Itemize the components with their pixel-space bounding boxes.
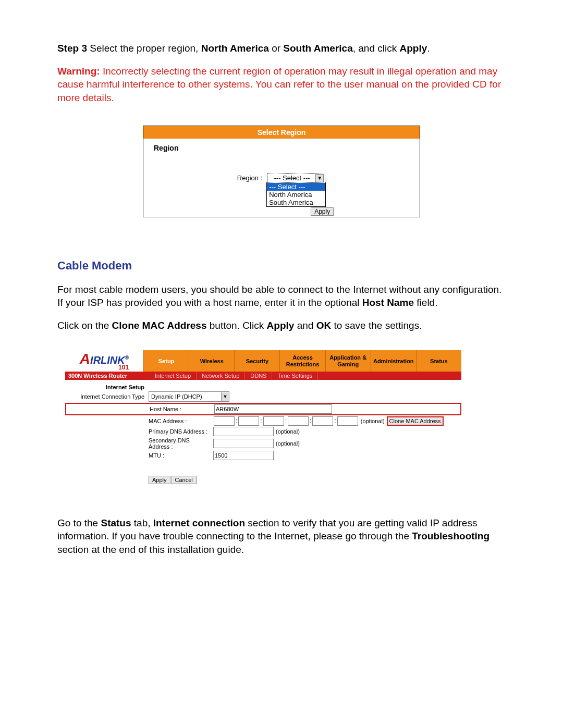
tab-administration[interactable]: Administration [371, 350, 416, 371]
subtab-ddns[interactable]: DDNS [245, 372, 272, 380]
region-option-select[interactable]: --- Select --- [267, 183, 325, 191]
tab-setup[interactable]: Setup [143, 350, 189, 371]
tab-application-gaming[interactable]: Application & Gaming [325, 350, 371, 371]
region-side-label: Region [154, 144, 178, 152]
cm-p2-d: to save the settings. [331, 320, 422, 331]
secondary-dns-optional: (optional) [274, 440, 300, 447]
host-name-input[interactable] [214, 404, 332, 414]
tab-access-restrictions[interactable]: Access Restrictions [279, 350, 325, 371]
region-dropdown-selected: --- Select --- [268, 174, 315, 182]
step3-text-a: Select the proper region, [87, 43, 201, 54]
clone-mac-button[interactable]: Clone MAC Address [387, 416, 444, 426]
secondary-dns-label: Secondary DNS Address : [149, 437, 213, 450]
cancel-button[interactable]: Cancel [172, 476, 197, 484]
apply-button[interactable]: Apply [149, 476, 170, 484]
cm-p2-b: button. Click [206, 320, 266, 331]
cm-p2-b1: Clone MAC Address [112, 320, 207, 331]
internet-setup-section-label: Internet Setup [65, 384, 149, 390]
cm-p2-c: and [294, 320, 316, 331]
region-option-south-america[interactable]: South America [267, 199, 325, 206]
region-dropdown[interactable]: --- Select ---▼ [267, 173, 325, 183]
region-option-north-america[interactable]: North America [267, 191, 325, 199]
mac-optional-note: (optional) [359, 418, 385, 424]
step3-period: . [427, 43, 430, 54]
step3-line: Step 3 Select the proper region, North A… [57, 42, 506, 55]
tab-wireless[interactable]: Wireless [189, 350, 234, 371]
footer-b1: Status [101, 517, 131, 528]
subtab-network-setup[interactable]: Network Setup [197, 372, 245, 380]
mac-seg-6[interactable] [337, 416, 358, 426]
select-region-panel: Select Region Region Region : --- Select… [143, 126, 420, 217]
region-dropdown-list: --- Select --- North America South Ameri… [266, 182, 326, 207]
mac-address-label: MAC Address : [149, 418, 213, 424]
tab-security[interactable]: Security [234, 350, 279, 371]
select-region-header: Select Region [143, 126, 420, 139]
airlink-logo: AIRLINK® 101 [65, 350, 143, 371]
cm-p2-b2: Apply [267, 320, 295, 331]
main-tabs: Setup Wireless Security Access Restricti… [143, 350, 461, 371]
cm-p1-bold: Host Name [362, 297, 414, 308]
footer-a: Go to the [57, 517, 101, 528]
router-admin-panel: AIRLINK® 101 Setup Wireless Security Acc… [65, 350, 461, 495]
host-name-label: Host Name : [150, 406, 214, 412]
cable-modem-p2: Click on the Clone MAC Address button. C… [57, 319, 506, 332]
subtab-time-settings[interactable]: Time Settings [272, 372, 318, 380]
step3-na: North America [201, 43, 269, 54]
conn-type-value: Dynamic IP (DHCP) [149, 393, 221, 400]
cable-modem-p1: For most cable modem users, you should b… [57, 283, 506, 310]
mac-seg-3[interactable] [263, 416, 284, 426]
primary-dns-optional: (optional) [274, 428, 300, 435]
mac-seg-2[interactable] [238, 416, 259, 426]
footer-b3: Troubleshooting [412, 530, 489, 541]
chevron-down-icon: ▼ [221, 392, 229, 401]
footer-b: tab, [131, 517, 153, 528]
primary-dns-label: Primary DNS Address : [149, 428, 213, 435]
cm-p2-a: Click on the [57, 320, 112, 331]
cm-p2-b3: OK [316, 320, 332, 331]
step3-text-b: , and click [353, 43, 400, 54]
cm-p1-b: field. [414, 297, 437, 308]
warning-label: Warning: [57, 66, 100, 77]
region-apply-button[interactable]: Apply [311, 207, 334, 216]
primary-dns-input[interactable] [213, 427, 274, 436]
region-field-label: Region : [237, 173, 262, 182]
subtab-internet-setup[interactable]: Internet Setup [150, 372, 197, 380]
mac-seg-4[interactable] [288, 416, 309, 426]
router-model: 300N Wireless Router [65, 372, 150, 380]
warning-text: Incorrectly selecting the current region… [57, 66, 501, 103]
conn-type-label: Internet Connection Type [65, 393, 149, 400]
conn-type-select[interactable]: Dynamic IP (DHCP)▼ [149, 391, 229, 402]
step3-or: or [269, 43, 283, 54]
warning-paragraph: Warning: Incorrectly selecting the curre… [57, 65, 506, 105]
secondary-dns-input[interactable] [213, 439, 274, 448]
cable-modem-heading: Cable Modem [57, 259, 506, 273]
footer-paragraph: Go to the Status tab, Internet connectio… [57, 516, 506, 557]
footer-d: section at the end of this installation … [57, 544, 244, 555]
step3-sa: South America [283, 43, 352, 54]
chevron-down-icon: ▼ [315, 174, 324, 182]
tab-status[interactable]: Status [416, 350, 461, 371]
step3-apply: Apply [400, 43, 427, 54]
step3-prefix: Step 3 [57, 43, 87, 54]
mtu-label: MTU : [149, 452, 213, 459]
footer-b2: Internet connection [153, 517, 245, 528]
mtu-input[interactable] [213, 451, 274, 460]
mac-seg-5[interactable] [312, 416, 333, 426]
mac-seg-1[interactable] [214, 416, 235, 426]
